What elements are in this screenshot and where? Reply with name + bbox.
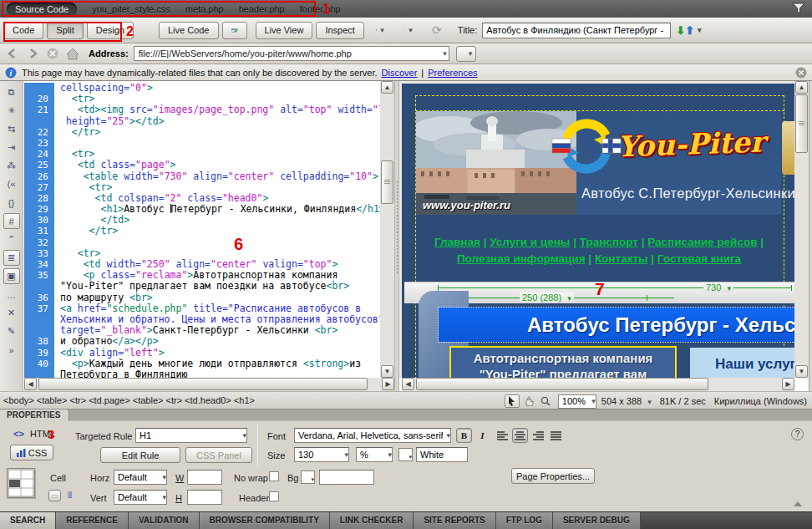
design-vertical-scrollbar[interactable]: ▲ ▼ — [794, 81, 809, 378]
close-icon[interactable] — [795, 67, 807, 79]
forward-icon[interactable] — [25, 47, 40, 60]
column-width-label[interactable]: 250 (288) ▾ — [520, 292, 574, 303]
scroll-thumb[interactable] — [381, 160, 393, 204]
results-tab-server-debug[interactable]: SERVER DEBUG — [553, 512, 641, 529]
select-parent-tag-icon[interactable]: ⟨« — [3, 176, 20, 192]
scroll-up-icon[interactable]: ▲ — [795, 81, 808, 94]
align-right-icon[interactable] — [530, 428, 546, 443]
view-button-split[interactable]: Split — [47, 22, 83, 39]
scroll-left-icon[interactable]: ◀ — [24, 378, 37, 390]
preferences-link[interactable]: Preferences — [428, 68, 477, 78]
results-tab-reference[interactable]: REFERENCE — [56, 512, 129, 529]
properties-tab[interactable]: PROPERTIES — [0, 409, 69, 421]
code-line[interactable]: Петербурга в Финляндию — [24, 369, 380, 378]
zoom-tool-icon[interactable] — [538, 394, 553, 408]
italic-button[interactable]: I — [475, 428, 490, 443]
address-input[interactable]: file:///E|/WebServers/home/you-piter/www… — [134, 46, 449, 61]
scroll-right-icon[interactable]: ▶ — [382, 378, 394, 390]
services-cell[interactable]: Наши услуги — [690, 348, 794, 378]
edit-rule-button[interactable]: Edit Rule — [100, 447, 180, 463]
html-properties-button[interactable]: HTML — [30, 429, 55, 439]
window-size-select[interactable]: 504 x 388 ▾ — [601, 396, 652, 406]
results-tab-browser-compatibility[interactable]: BROWSER COMPATIBILITY — [200, 512, 330, 529]
code-line[interactable]: 22 </tr> — [24, 127, 380, 138]
file-transfer-icons[interactable]: ⬇ ⬆ ▾ — [676, 24, 701, 37]
code-navigator-icon[interactable]: ✳ — [3, 103, 20, 119]
live-view-button[interactable]: Live View — [256, 22, 313, 39]
code-view[interactable]: cellspacing="0">20 <tr>21 <td><img src="… — [24, 81, 380, 378]
zoom-level-select[interactable]: 100%▾ — [558, 394, 596, 409]
text-color-swatch[interactable] — [398, 448, 413, 461]
expand-all-icon[interactable]: ⁂ — [3, 158, 20, 174]
scroll-thumb[interactable] — [795, 94, 808, 153]
align-center-icon[interactable] — [512, 428, 528, 443]
scroll-thumb[interactable] — [38, 378, 368, 390]
related-file-tab[interactable]: header.php — [239, 4, 285, 14]
scroll-down-icon[interactable]: ▼ — [381, 365, 393, 378]
related-file-tab[interactable]: you_piter_style.css — [92, 4, 170, 14]
results-tab-ftp-log[interactable]: FTP LOG — [496, 512, 553, 529]
balance-braces-icon[interactable]: {} — [3, 195, 20, 211]
code-line[interactable]: 31 </tr> — [24, 226, 380, 237]
table-width-label[interactable]: 730 ▾ — [703, 282, 733, 292]
no-wrap-checkbox[interactable] — [269, 471, 279, 481]
merge-cells-icon[interactable]: ▭ — [48, 490, 61, 501]
nav-link[interactable]: Транспорт — [580, 236, 638, 248]
nav-link[interactable]: Контакты — [595, 252, 648, 265]
vert-select[interactable]: Default▾ — [114, 490, 167, 505]
stop-icon[interactable] — [45, 47, 60, 60]
info-bar-icon[interactable]: ▣ — [3, 268, 20, 284]
size-unit-select[interactable]: %▾ — [356, 447, 393, 462]
scroll-down-icon[interactable]: ▼ — [795, 365, 808, 378]
collapse-full-tag-icon[interactable]: ⇆ — [3, 121, 20, 137]
design-view[interactable]: You-Piter Автобус С.Петербург-Хельсинки … — [399, 81, 794, 378]
back-icon[interactable] — [5, 47, 20, 60]
code-vertical-scrollbar[interactable]: ▲ ▼ — [380, 81, 394, 378]
css-properties-button[interactable]: CSS — [10, 445, 53, 460]
cell-height-input[interactable] — [187, 490, 222, 505]
nav-link[interactable]: Расписание рейсов — [647, 236, 757, 248]
funnel-icon[interactable] — [792, 3, 805, 14]
collapse-selection-icon[interactable]: ⇥ — [3, 140, 20, 155]
results-tab-search[interactable]: SEARCH — [0, 512, 56, 529]
scroll-up-icon[interactable]: ▲ — [381, 81, 393, 94]
visual-aids-icon[interactable]: ▾ — [396, 22, 421, 39]
font-select[interactable]: Verdana, Arial, Helvetica, sans-serif▾ — [294, 428, 451, 443]
view-button-design[interactable]: Design — [87, 22, 134, 39]
text-color-input[interactable] — [416, 447, 468, 462]
word-wrap-icon[interactable]: ≣ — [3, 250, 20, 266]
bold-button[interactable]: B — [456, 428, 472, 443]
nav-link[interactable]: Главная — [434, 236, 480, 248]
check-page-icon[interactable] — [222, 22, 247, 39]
format-source-icon[interactable]: ✎ — [3, 323, 20, 339]
remove-comment-icon[interactable]: ✕ — [3, 305, 20, 321]
nav-link[interactable]: Услуги и цены — [490, 236, 570, 248]
bg-color-input[interactable] — [319, 470, 374, 485]
related-file-tab[interactable]: meta.php — [185, 4, 224, 14]
live-code-button[interactable]: Live Code — [159, 22, 219, 39]
cell-width-input[interactable] — [187, 470, 222, 485]
highlight-invalid-code-icon[interactable]: ⌃ — [3, 231, 20, 247]
help-icon[interactable]: ? — [791, 428, 804, 440]
size-select[interactable]: 130▾ — [294, 447, 349, 462]
address-dropdown-icon[interactable]: ▾ — [443, 49, 447, 58]
css-panel-button[interactable]: CSS Panel — [185, 447, 252, 463]
design-horizontal-scrollbar[interactable]: ◀ ▶ — [402, 378, 794, 391]
code-horizontal-scrollbar[interactable]: ◀ ▶ — [24, 378, 394, 391]
hand-tool-icon[interactable] — [521, 394, 536, 408]
scroll-left-icon[interactable]: ◀ — [402, 378, 414, 390]
inspect-button[interactable]: Inspect — [316, 22, 363, 39]
related-file-tab[interactable]: footer.php — [300, 4, 341, 14]
view-button-code[interactable]: Code — [3, 22, 43, 39]
get-file-down-icon[interactable]: ⬇ — [676, 24, 685, 37]
horz-select[interactable]: Default▾ — [114, 470, 167, 485]
apply-comment-icon[interactable]: … — [3, 287, 20, 303]
nav-link[interactable]: Гостевая книга — [657, 252, 741, 265]
bg-color-swatch[interactable] — [301, 471, 315, 484]
page-properties-button[interactable]: Page Properties... — [511, 468, 595, 484]
discover-link[interactable]: Discover — [382, 68, 418, 78]
split-cell-icon[interactable]: ⫿⫿ — [63, 490, 76, 501]
title-input[interactable] — [482, 23, 671, 38]
home-icon[interactable] — [65, 47, 80, 60]
more-icon[interactable]: » — [3, 342, 20, 358]
